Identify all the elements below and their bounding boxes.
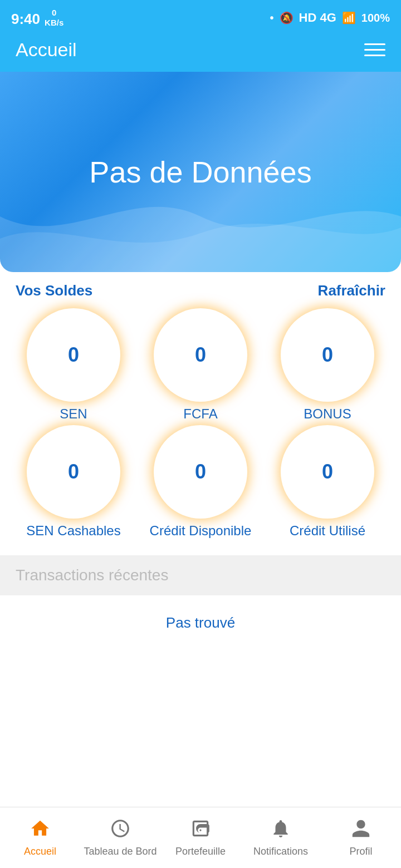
- menu-line-2: [364, 49, 385, 51]
- menu-line-3: [364, 55, 385, 56]
- home-icon: [30, 818, 51, 842]
- balance-label-credit-utilise: Crédit Utilisé: [290, 523, 365, 539]
- nav-label-accueil: Accueil: [24, 846, 56, 857]
- balance-value-sen: 0: [68, 343, 79, 367]
- status-left: 9:40 0KB/s: [11, 8, 63, 28]
- balance-label-sen: SEN: [60, 406, 87, 422]
- balance-item-credit-dispo: 0 Crédit Disponible: [143, 427, 258, 539]
- status-bar: 9:40 0KB/s • 🔕 HD 4G 📶 100%: [0, 0, 401, 33]
- menu-button[interactable]: [364, 43, 385, 56]
- nav-label-portefeuille: Portefeuille: [175, 846, 226, 857]
- balances-title: Vos Soldes: [16, 282, 92, 299]
- hero-banner: Pas de Données: [0, 72, 401, 272]
- transactions-empty: Pas trouvé: [166, 601, 235, 637]
- nav-label-tableau: Tableau de Bord: [84, 846, 157, 857]
- dot-icon: •: [270, 12, 274, 24]
- transactions-title: Transactions récentes: [16, 566, 168, 584]
- balance-label-credit-dispo: Crédit Disponible: [150, 523, 252, 539]
- balance-circle-credit-dispo: 0: [156, 427, 245, 516]
- balance-section-header: Vos Soldes Rafraîchir: [0, 272, 401, 305]
- balance-grid: 0 SEN 0 FCFA 0 BONUS 0 SEN Cashables 0 C…: [0, 305, 401, 550]
- wallet-icon: [190, 818, 211, 842]
- transactions-body: Pas trouvé: [0, 596, 401, 641]
- page-title: Accueil: [16, 39, 77, 61]
- balance-value-bonus: 0: [322, 343, 333, 367]
- hero-text: Pas de Données: [89, 155, 311, 189]
- balance-item-bonus: 0 BONUS: [270, 310, 385, 422]
- balance-item-fcfa: 0 FCFA: [143, 310, 258, 422]
- balance-label-bonus: BONUS: [304, 406, 351, 422]
- nav-label-notifications: Notifications: [253, 846, 308, 857]
- network-label: HD 4G: [299, 11, 336, 25]
- status-data: 0KB/s: [45, 8, 63, 28]
- balance-value-credit-utilise: 0: [322, 460, 333, 484]
- balance-label-sen-cashables: SEN Cashables: [26, 523, 120, 539]
- balance-item-credit-utilise: 0 Crédit Utilisé: [270, 427, 385, 539]
- dashboard-icon: [110, 818, 131, 842]
- battery-label: 100%: [361, 12, 390, 24]
- profile-icon: [350, 818, 371, 842]
- balance-circle-fcfa: 0: [156, 310, 245, 400]
- balance-value-fcfa: 0: [195, 343, 206, 367]
- transactions-section: Transactions récentes: [0, 555, 401, 595]
- data-rate: 0KB/s: [45, 8, 63, 28]
- balance-value-sen-cashables: 0: [68, 460, 79, 484]
- signal-icon: 📶: [342, 11, 356, 24]
- mute-icon: 🔕: [280, 11, 294, 24]
- nav-item-tableau[interactable]: Tableau de Bord: [80, 807, 160, 868]
- refresh-button[interactable]: Rafraîchir: [318, 282, 385, 299]
- balance-circle-bonus: 0: [283, 310, 372, 400]
- nav-item-notifications[interactable]: Notifications: [241, 807, 321, 868]
- nav-label-profil: Profil: [349, 846, 372, 857]
- status-right: • 🔕 HD 4G 📶 100%: [270, 11, 390, 25]
- balance-value-credit-dispo: 0: [195, 460, 206, 484]
- status-time: 9:40: [11, 11, 40, 28]
- balance-circle-credit-utilise: 0: [283, 427, 372, 516]
- nav-item-portefeuille[interactable]: Portefeuille: [160, 807, 241, 868]
- bottom-nav: Accueil Tableau de Bord Portefeuille Not…: [0, 807, 401, 868]
- menu-line-1: [364, 43, 385, 45]
- nav-item-profil[interactable]: Profil: [321, 807, 401, 868]
- balance-circle-sen: 0: [29, 310, 118, 400]
- balance-circle-sen-cashables: 0: [29, 427, 118, 516]
- balance-item-sen: 0 SEN: [16, 310, 131, 422]
- balance-label-fcfa: FCFA: [183, 406, 217, 422]
- bell-icon: [270, 818, 291, 842]
- top-nav: Accueil: [0, 33, 401, 72]
- nav-item-accueil[interactable]: Accueil: [0, 807, 80, 868]
- balance-item-sen-cashables: 0 SEN Cashables: [16, 427, 131, 539]
